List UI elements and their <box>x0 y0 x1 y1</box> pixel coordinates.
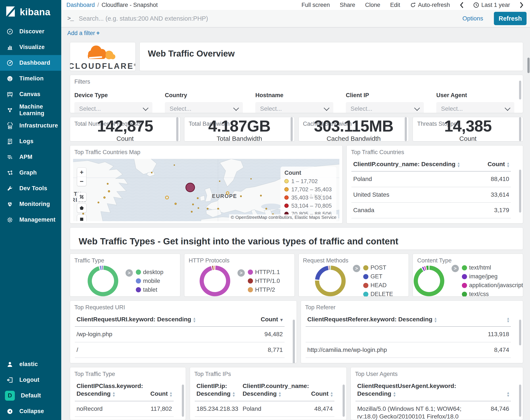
sidebar-item-dashboard[interactable]: Dashboard <box>0 55 61 71</box>
map-bubble[interactable] <box>207 208 208 210</box>
map-zoom-out-button[interactable]: − <box>77 177 86 186</box>
map-bubble[interactable] <box>192 204 194 205</box>
sidebar-item-machine-learning[interactable]: Machine Learning <box>0 102 61 118</box>
sort-icon[interactable]: ▴ ▾ <box>113 391 115 397</box>
legend-item[interactable]: GET <box>363 273 393 280</box>
kibana-logo[interactable]: kibana <box>0 0 61 24</box>
table-row[interactable]: /8,771 <box>75 342 285 358</box>
donut-segment-text/html[interactable] <box>416 268 442 294</box>
map-bubble[interactable] <box>240 195 242 197</box>
legend-item[interactable]: HEAD <box>363 282 393 289</box>
map-bubble[interactable] <box>191 211 192 212</box>
donut-segment-HTTP/1.0[interactable] <box>212 268 213 268</box>
content-type-donut-chart[interactable] <box>413 265 445 297</box>
map-bubble[interactable] <box>217 208 219 210</box>
search-input[interactable] <box>78 15 457 22</box>
legend-expand-icon[interactable]: > <box>237 269 245 277</box>
sidebar-collapse[interactable]: Collapse <box>0 404 61 419</box>
sidebar-item-apm[interactable]: APM <box>0 149 61 165</box>
map-bubble[interactable] <box>98 202 99 203</box>
sidebar-user[interactable]: elastic <box>0 356 61 372</box>
legend-item[interactable]: mobile <box>136 278 163 284</box>
column-header[interactable]: ClientRequestUserAgent.keyword: Descendi… <box>355 379 479 401</box>
map-zoom-in-button[interactable]: + <box>77 168 86 177</box>
sort-icon[interactable]: ▴ ▾ <box>279 391 281 397</box>
legend-expand-icon[interactable]: > <box>452 265 459 272</box>
table-row[interactable]: United States33,614 <box>351 187 511 202</box>
sort-icon[interactable]: ▴ ▾ <box>507 317 509 323</box>
sidebar-item-canvas[interactable]: Canvas <box>0 86 61 102</box>
country-select[interactable]: Select... <box>165 102 243 113</box>
map-bubble[interactable] <box>165 195 169 199</box>
sort-icon[interactable]: ▴ ▾ <box>394 391 396 397</box>
map-bubble[interactable] <box>197 197 199 199</box>
column-header[interactable]: ClientIP.ip: Descending▴ ▾ <box>195 379 241 401</box>
share-button[interactable]: Share <box>340 2 355 8</box>
map-bubble[interactable] <box>151 172 152 173</box>
table-row[interactable]: Poland88,410 <box>351 171 511 187</box>
sidebar-item-management[interactable]: Management <box>0 212 61 228</box>
legend-expand-icon[interactable]: > <box>353 265 360 272</box>
map-polygon-select-button[interactable] <box>77 203 86 213</box>
client-ip-select[interactable]: Select... <box>346 102 424 113</box>
refresh-button[interactable]: Refresh <box>494 12 527 25</box>
column-header[interactable]: ClientRequestReferer.keyword: Descending… <box>306 312 468 327</box>
clone-button[interactable]: Clone <box>365 2 380 8</box>
legend-expand-icon[interactable]: > <box>126 269 133 277</box>
sidebar-item-visualize[interactable]: Visualize <box>0 39 61 55</box>
legend-item[interactable]: HTTP/1.0 <box>248 278 280 284</box>
legend-item[interactable]: image/jpeg <box>462 273 523 280</box>
sidebar-logout[interactable]: Logout <box>0 372 61 388</box>
table-row[interactable]: Canada3,179 <box>351 202 511 218</box>
donut-segment-text/css[interactable] <box>427 268 428 268</box>
table-row[interactable]: Mozilla/5.0 (Windows NT 6.1; WOW64; rv:1… <box>355 401 511 420</box>
sort-icon[interactable]: ▴ ▾ <box>507 162 509 167</box>
map-bubble[interactable] <box>174 165 175 166</box>
map-bubble[interactable] <box>260 195 262 196</box>
time-forward-button[interactable] <box>520 2 524 8</box>
map-rect-select-button[interactable] <box>77 214 86 221</box>
map-bubble[interactable] <box>103 196 105 199</box>
sort-icon[interactable]: ▴ ▾ <box>233 391 235 397</box>
sort-icon[interactable]: ▴ ▾ <box>193 317 196 323</box>
panel-scrollbar[interactable] <box>293 320 295 363</box>
legend-item[interactable]: HTTP/2 <box>248 286 280 293</box>
sort-icon[interactable]: ▴ ▾ <box>435 317 437 323</box>
donut-segment-HTTP/1.1[interactable] <box>202 268 228 294</box>
legend-item[interactable]: desktop <box>136 269 163 276</box>
page-scrollbar[interactable] <box>528 58 530 73</box>
map-bubble[interactable] <box>107 183 109 185</box>
sidebar-item-timelion[interactable]: Timelion <box>0 71 61 86</box>
device-type-select[interactable]: Select... <box>74 102 152 113</box>
legend-item[interactable]: tablet <box>136 286 163 293</box>
column-header[interactable]: ClientRequestURI.keyword: Descending▴ ▾ <box>75 312 230 327</box>
column-header[interactable]: Count▴ ▾ <box>141 379 174 401</box>
table-row[interactable]: http://camilia.me/4,553 <box>306 358 511 363</box>
panel-scrollbar[interactable] <box>343 385 345 417</box>
map-attribution[interactable]: © OpenStreetMap contributors, Elastic Ma… <box>229 214 338 220</box>
donut-segment-mobile[interactable] <box>100 268 101 268</box>
column-header[interactable]: ▴ ▾ <box>468 312 511 327</box>
panel-scrollbar[interactable] <box>519 170 521 212</box>
panel-scrollbar[interactable] <box>182 385 184 417</box>
donut-segment-desktop[interactable] <box>90 268 116 294</box>
panel-scrollbar[interactable] <box>519 117 521 141</box>
table-row[interactable]: /wp-login.php94,482 <box>75 327 285 342</box>
time-picker-button[interactable]: Last 1 year <box>473 2 510 8</box>
panel-scrollbar[interactable] <box>291 117 293 141</box>
world-map[interactable]: NORTH AMERICA EUROPE ASIA + − <box>73 159 339 221</box>
full-screen-button[interactable]: Full screen <box>302 2 330 8</box>
donut-segment-image/jpeg[interactable] <box>423 269 424 269</box>
user-agent-select[interactable]: Select... <box>436 102 514 113</box>
table-row[interactable]: /login/?login_only=12,990 <box>75 358 285 363</box>
sidebar-item-infrastructure[interactable]: Infrastructure <box>0 118 61 134</box>
map-bubble[interactable] <box>250 178 252 180</box>
legend-item[interactable]: POST <box>363 264 393 271</box>
map-bubble[interactable] <box>265 208 267 210</box>
time-back-button[interactable] <box>460 2 463 8</box>
sidebar-space-default[interactable]: D Default <box>0 388 61 404</box>
panel-scrollbar[interactable] <box>519 320 521 345</box>
map-bubble[interactable] <box>175 203 177 205</box>
hostname-select[interactable]: Select... <box>255 102 333 113</box>
request-methods-donut-chart[interactable] <box>314 265 346 297</box>
